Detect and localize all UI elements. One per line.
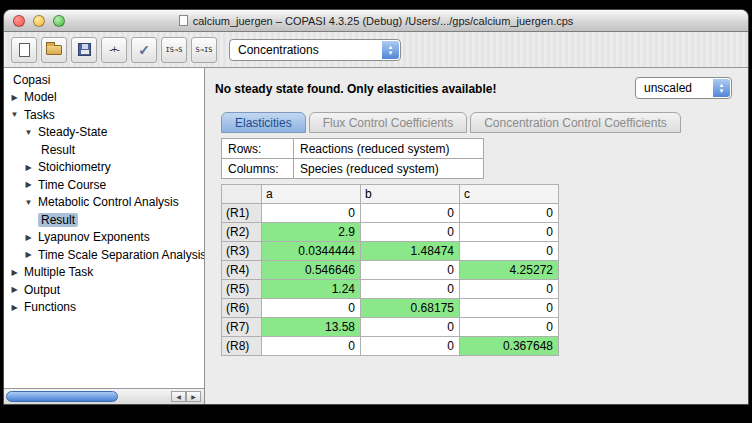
info-key: Columns: <box>222 159 294 179</box>
tree-item-label: Lyapunov Exponents <box>35 230 153 244</box>
tree-item-time-scale-separation-analysis[interactable]: ▶Time Scale Separation Analysis <box>4 246 204 264</box>
open-folder-icon <box>46 45 62 55</box>
triangle-expanded-icon[interactable]: ▼ <box>24 198 33 207</box>
close-button[interactable] <box>13 15 25 27</box>
triangle-collapsed-icon[interactable]: ▶ <box>10 303 19 312</box>
tree-item-result[interactable]: Result <box>4 141 204 159</box>
document-icon <box>179 15 188 26</box>
matrix-row-header: (R6) <box>222 299 262 318</box>
triangle-expanded-icon[interactable]: ▼ <box>10 110 19 119</box>
info-value: Species (reduced system) <box>294 159 484 179</box>
matrix-cell: 0.546646 <box>262 261 361 280</box>
navigation-sidebar: Copasi▶Model▼Tasks▼Steady-StateResult▶St… <box>4 68 205 404</box>
triangle-collapsed-icon[interactable]: ▶ <box>24 250 33 259</box>
matrix-cell: 0 <box>262 204 361 223</box>
tree-item-output[interactable]: ▶Output <box>4 281 204 299</box>
matrix-table: abc(R1)000(R2)2.900(R3)0.03444441.484740… <box>221 184 559 356</box>
matrix-cell: 0 <box>361 318 460 337</box>
matrix-row-header: (R2) <box>222 223 262 242</box>
s-to-is-button[interactable]: S→IS <box>191 37 217 63</box>
tree-item-label: Steady-State <box>35 125 110 139</box>
window-title-text: calcium_juergen – COPASI 4.3.25 (Debug) … <box>193 15 574 27</box>
toolbar: -+-✓IS→SS→IS Concentrations ▲▼ <box>4 32 748 68</box>
combo-stepper-icon: ▲▼ <box>713 79 730 97</box>
matrix-cell: 0 <box>262 299 361 318</box>
matrix-cell: 1.24 <box>262 280 361 299</box>
scale-combobox-value: unscaled <box>644 81 692 95</box>
matrix-row-r8: (R8)000.367648 <box>222 337 559 356</box>
tree-item-lyapunov-exponents[interactable]: ▶Lyapunov Exponents <box>4 229 204 247</box>
matrix-cell: 0 <box>361 223 460 242</box>
title-bar[interactable]: calcium_juergen – COPASI 4.3.25 (Debug) … <box>4 10 748 32</box>
matrix-cell: 0 <box>361 337 460 356</box>
minimize-button[interactable] <box>33 15 45 27</box>
tab-elasticities[interactable]: Elasticities <box>221 112 306 133</box>
task-combobox[interactable]: Concentrations ▲▼ <box>229 39 401 61</box>
matrix-cell: 4.25272 <box>460 261 559 280</box>
save-button[interactable] <box>71 37 97 63</box>
triangle-collapsed-icon[interactable]: ▶ <box>10 93 19 102</box>
scroll-right-button[interactable]: ▶ <box>186 391 201 402</box>
triangle-collapsed-icon[interactable]: ▶ <box>24 233 33 242</box>
matrix-cell: 2.9 <box>262 223 361 242</box>
matrix-column-header-c: c <box>460 185 559 204</box>
zoom-button[interactable] <box>53 15 65 27</box>
matrix-row-r4: (R4)0.54664604.25272 <box>222 261 559 280</box>
slider-icon: -+- <box>109 44 119 55</box>
status-message: No steady state found. Only elasticities… <box>215 82 496 96</box>
triangle-collapsed-icon[interactable]: ▶ <box>10 268 19 277</box>
tree-item-functions[interactable]: ▶Functions <box>4 299 204 317</box>
tree-item-label: Model <box>21 90 60 104</box>
tree-item-multiple-task[interactable]: ▶Multiple Task <box>4 264 204 282</box>
new-document-button[interactable] <box>11 37 37 63</box>
matrix-cell: 0 <box>460 299 559 318</box>
matrix-row-r7: (R7)13.5800 <box>222 318 559 337</box>
matrix-cell: 0 <box>460 280 559 299</box>
tab-flux-control-coefficients[interactable]: Flux Control Coefficients <box>309 112 468 133</box>
matrix-row-header: (R8) <box>222 337 262 356</box>
tree-item-time-course[interactable]: ▶Time Course <box>4 176 204 194</box>
open-folder-button[interactable] <box>41 37 67 63</box>
is-to-s-button[interactable]: IS→S <box>161 37 187 63</box>
tree-item-result[interactable]: Result <box>4 211 204 229</box>
matrix-cell: 0.68175 <box>361 299 460 318</box>
tree-item-model[interactable]: ▶Model <box>4 89 204 107</box>
matrix-row-r3: (R3)0.03444441.484740 <box>222 242 559 261</box>
matrix-cell: 1.48474 <box>361 242 460 261</box>
matrix-cell: 0 <box>361 204 460 223</box>
scrollbar-thumb[interactable] <box>6 391 118 402</box>
matrix-row-header: (R7) <box>222 318 262 337</box>
triangle-collapsed-icon[interactable]: ▶ <box>24 180 33 189</box>
tree-item-tasks[interactable]: ▼Tasks <box>4 106 204 124</box>
combo-stepper-icon: ▲▼ <box>382 41 399 59</box>
tree-item-copasi[interactable]: Copasi <box>4 71 204 89</box>
matrix-row-header: (R1) <box>222 204 262 223</box>
tree-item-label: Multiple Task <box>21 265 96 279</box>
tree-item-label: Copasi <box>10 73 53 87</box>
toolbar-buttons: -+-✓IS→SS→IS <box>11 37 217 63</box>
check-icon: ✓ <box>138 42 150 58</box>
scroll-left-button[interactable]: ◀ <box>171 391 186 402</box>
triangle-expanded-icon[interactable]: ▼ <box>24 128 33 137</box>
matrix-cell: 0 <box>460 242 559 261</box>
axis-info-table: Rows:Reactions (reduced system)Columns:S… <box>221 138 484 179</box>
matrix-cell: 0.367648 <box>460 337 559 356</box>
matrix-corner-cell <box>222 185 262 204</box>
tab-concentration-control-coefficients[interactable]: Concentration Control Coefficients <box>470 112 681 133</box>
tree-item-label: Tasks <box>21 108 58 122</box>
window-title: calcium_juergen – COPASI 4.3.25 (Debug) … <box>179 15 574 27</box>
tree-item-label: Functions <box>21 300 79 314</box>
matrix-cell: 13.58 <box>262 318 361 337</box>
matrix-row-header: (R3) <box>222 242 262 261</box>
tree-item-stoichiometry[interactable]: ▶Stoichiometry <box>4 159 204 177</box>
tree-item-label: Time Scale Separation Analysis <box>35 248 204 262</box>
slider-button[interactable]: -+- <box>101 37 127 63</box>
tree-item-metabolic-control-analysis[interactable]: ▼Metabolic Control Analysis <box>4 194 204 212</box>
tree-item-steady-state[interactable]: ▼Steady-State <box>4 124 204 142</box>
triangle-collapsed-icon[interactable]: ▶ <box>24 163 33 172</box>
scale-combobox[interactable]: unscaled ▲▼ <box>635 77 732 99</box>
triangle-collapsed-icon[interactable]: ▶ <box>10 285 19 294</box>
check-button[interactable]: ✓ <box>131 37 157 63</box>
sidebar-horizontal-scrollbar[interactable]: ◀ ▶ <box>4 388 204 404</box>
info-row-columns: Columns:Species (reduced system) <box>222 159 484 179</box>
